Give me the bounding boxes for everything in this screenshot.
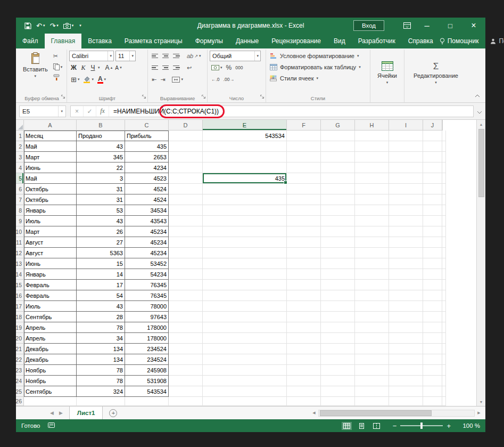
cell-I1[interactable] (389, 131, 423, 141)
row-header-26[interactable]: 26 (16, 397, 24, 406)
cell-H17[interactable] (355, 301, 389, 312)
cell-A18[interactable]: Сентябрь (24, 312, 77, 322)
cell-A7[interactable]: Октябрь (24, 194, 77, 205)
cell-K16[interactable] (442, 290, 446, 301)
cell-F3[interactable] (287, 152, 321, 162)
cell-J9[interactable] (423, 216, 442, 226)
cell-C2[interactable]: 435 (125, 141, 169, 152)
cell-K7[interactable] (442, 194, 446, 205)
cell-F17[interactable] (287, 301, 321, 312)
cell-B6[interactable]: 31 (77, 184, 125, 194)
row-header-10[interactable]: 10 (16, 226, 24, 237)
zoom-level[interactable]: 100 % (460, 422, 480, 429)
row-header-13[interactable]: 13 (16, 258, 24, 269)
cell-G3[interactable] (321, 152, 355, 162)
cell-E21[interactable] (203, 344, 287, 354)
minimize-button[interactable]: ─ (415, 18, 439, 34)
cell-J7[interactable] (423, 194, 442, 205)
bold-button[interactable]: Ж (69, 63, 78, 72)
cell-I6[interactable] (389, 184, 423, 194)
cell-K8[interactable] (442, 205, 446, 216)
collapse-ribbon-button[interactable] (475, 90, 480, 100)
editing-button[interactable]: Σ Редактирование ▾ (410, 60, 462, 85)
borders-button[interactable]: ⊞▾ (69, 75, 81, 85)
ribbon-tab-справка[interactable]: Справка (402, 34, 440, 48)
name-box[interactable]: E5 ▾ (19, 105, 66, 117)
cell-F25[interactable] (287, 386, 321, 397)
row-header-5[interactable]: 5 (16, 173, 24, 184)
cell-B19[interactable]: 78 (77, 322, 125, 333)
row-header-25[interactable]: 25 (16, 386, 24, 397)
column-header-partial[interactable] (442, 120, 443, 131)
cell-J6[interactable] (423, 184, 442, 194)
cell-I10[interactable] (389, 226, 423, 237)
cell-J21[interactable] (423, 344, 442, 354)
cell-E13[interactable] (203, 258, 287, 269)
cell-K4[interactable] (442, 162, 446, 173)
cell-G15[interactable] (321, 280, 355, 290)
select-all-button[interactable] (16, 120, 24, 131)
cell-D22[interactable] (169, 354, 203, 365)
cell-D11[interactable] (169, 237, 203, 248)
cell-A24[interactable]: Ноябрь (24, 376, 77, 386)
cell-G14[interactable] (321, 269, 355, 280)
underline-button[interactable]: Ч (88, 63, 97, 72)
cell-C21[interactable]: 234524 (125, 344, 169, 354)
cell-D18[interactable] (169, 312, 203, 322)
cell-E10[interactable] (203, 226, 287, 237)
cell-G5[interactable] (321, 173, 355, 184)
cell-E16[interactable] (203, 290, 287, 301)
font-color-button[interactable]: А▾ (96, 75, 108, 85)
cell-K13[interactable] (442, 258, 446, 269)
vertical-scrollbar-thumb[interactable] (478, 129, 484, 197)
cell-C18[interactable]: 97643 (125, 312, 169, 322)
cell-A20[interactable]: Апрель (24, 333, 77, 344)
cell-A23[interactable]: Ноябрь (24, 365, 77, 376)
cell-C17[interactable]: 78000 (125, 301, 169, 312)
cell-A3[interactable]: Март (24, 152, 77, 162)
cell-J2[interactable] (423, 141, 442, 152)
cell-I17[interactable] (389, 301, 423, 312)
cell-H14[interactable] (355, 269, 389, 280)
cell-I7[interactable] (389, 194, 423, 205)
cell-A19[interactable]: Апрель (24, 322, 77, 333)
cell-I8[interactable] (389, 205, 423, 216)
format-as-table-button[interactable]: Форматировать как таблицу ▾ (268, 61, 368, 72)
align-middle-button[interactable] (161, 51, 171, 61)
cell-E7[interactable] (203, 194, 287, 205)
maximize-button[interactable]: □ (439, 18, 462, 34)
cell-G4[interactable] (321, 162, 355, 173)
cell-D23[interactable] (169, 365, 203, 376)
cell-C3[interactable]: 2653 (125, 152, 169, 162)
cell-D19[interactable] (169, 322, 203, 333)
tell-me-button[interactable]: Помощник (440, 37, 479, 45)
cell-E1[interactable]: 543534 (203, 131, 287, 141)
cell-H10[interactable] (355, 226, 389, 237)
cell-H23[interactable] (355, 365, 389, 376)
cell-G19[interactable] (321, 322, 355, 333)
cell-B23[interactable]: 78 (77, 365, 125, 376)
scroll-right-icon[interactable]: ▶ (475, 411, 483, 415)
row-header-20[interactable]: 20 (16, 333, 24, 344)
cell-B11[interactable]: 27 (77, 237, 125, 248)
cell-F15[interactable] (287, 280, 321, 290)
cell-G9[interactable] (321, 216, 355, 226)
cell-K6[interactable] (442, 184, 446, 194)
percent-style-button[interactable]: % (225, 63, 234, 73)
column-header-A[interactable]: A (24, 120, 77, 131)
cell-J17[interactable] (423, 301, 442, 312)
cell-E12[interactable] (203, 248, 287, 258)
row-header-14[interactable]: 14 (16, 269, 24, 280)
cell-E17[interactable] (203, 301, 287, 312)
cell-G18[interactable] (321, 312, 355, 322)
cell-E3[interactable] (203, 152, 287, 162)
cell-G2[interactable] (321, 141, 355, 152)
horizontal-scrollbar-track[interactable] (318, 410, 475, 417)
cell-H20[interactable] (355, 333, 389, 344)
cell-D20[interactable] (169, 333, 203, 344)
decrease-decimal-button[interactable]: .00→ (222, 75, 236, 85)
italic-button[interactable]: К (79, 63, 88, 72)
cell-F22[interactable] (287, 354, 321, 365)
cell-C15[interactable]: 76345 (125, 280, 169, 290)
cell-C1[interactable]: Прибыль (125, 131, 169, 141)
